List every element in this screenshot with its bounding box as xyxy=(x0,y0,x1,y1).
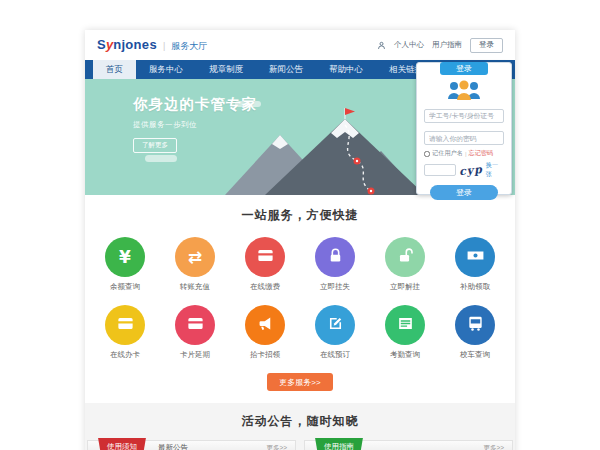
separator: | xyxy=(465,150,467,157)
services-row-1: ¥ 余额查询 ⇄ 转账充值 在线缴费 立即挂失 xyxy=(85,237,515,292)
top-bar: Synjones | 服务大厅 个人中心 用户指南 登录 xyxy=(85,30,515,60)
card-icon xyxy=(186,314,205,337)
service-school-bus[interactable]: 校车查询 xyxy=(444,305,506,360)
service-label: 在线缴费 xyxy=(234,282,296,292)
service-report-loss[interactable]: 立即挂失 xyxy=(304,237,366,292)
tab-usage-notice[interactable]: 使用须知 xyxy=(98,438,146,450)
service-label: 余额查询 xyxy=(94,282,156,292)
captcha-input[interactable] xyxy=(424,164,456,176)
tab-usage-guide[interactable]: 使用指南 xyxy=(315,438,363,450)
service-label: 卡片延期 xyxy=(164,350,226,360)
service-circle xyxy=(105,305,145,345)
service-label: 转账充值 xyxy=(164,282,226,292)
tab-latest-announcements[interactable]: 最新公告 xyxy=(158,443,188,450)
person-icon xyxy=(377,41,386,50)
hero-text-block: 你身边的卡管专家 提供服务一步到位 了解更多 xyxy=(133,95,257,153)
logo-text-rest: njones xyxy=(113,37,157,52)
logo[interactable]: Synjones | 服务大厅 xyxy=(97,37,207,53)
login-submit-button[interactable]: 登录 xyxy=(430,185,497,200)
logo-divider: | xyxy=(163,41,165,51)
service-circle xyxy=(245,305,285,345)
nav-item-rules[interactable]: 规章制度 xyxy=(196,60,256,79)
remember-row: 记住用户名 | 忘记密码 xyxy=(424,149,504,158)
service-label: 立即解挂 xyxy=(374,282,436,292)
hero-cta-button[interactable]: 了解更多 xyxy=(133,138,177,153)
bus-icon xyxy=(466,314,485,337)
service-circle xyxy=(385,305,425,345)
announcement-panels: 使用须知 最新公告 更多>> 使用指南 更多>> xyxy=(87,440,513,450)
site-title: 服务大厅 xyxy=(171,40,207,53)
service-attendance[interactable]: 考勤查询 xyxy=(374,305,436,360)
password-input[interactable] xyxy=(424,131,504,145)
announcements-title: 活动公告，随时知晓 xyxy=(87,413,513,430)
logo-accent: y xyxy=(106,37,113,52)
guide-panel-header: 使用指南 更多>> xyxy=(305,441,512,450)
service-label: 补助领取 xyxy=(444,282,506,292)
forgot-password-link[interactable]: 忘记密码 xyxy=(469,149,494,158)
service-online-booking[interactable]: 在线预订 xyxy=(304,305,366,360)
service-label: 在线预订 xyxy=(304,350,366,360)
nav-item-home[interactable]: 首页 xyxy=(93,60,136,79)
guide-panel: 使用指南 更多>> xyxy=(304,440,513,450)
guide-more-link[interactable]: 更多>> xyxy=(483,444,504,450)
service-circle xyxy=(455,237,495,277)
hero-banner: 你身边的卡管专家 提供服务一步到位 了解更多 登录 xyxy=(85,79,515,195)
username-input[interactable] xyxy=(424,109,504,123)
cloud-shape xyxy=(145,155,177,162)
service-label: 立即挂失 xyxy=(304,282,366,292)
service-subsidy[interactable]: 补助领取 xyxy=(444,237,506,292)
service-cancel-loss[interactable]: 立即解挂 xyxy=(374,237,436,292)
login-tab[interactable]: 登录 xyxy=(440,62,488,75)
remember-checkbox[interactable] xyxy=(424,151,430,157)
service-circle: ¥ xyxy=(105,237,145,277)
unlock-icon xyxy=(396,246,415,269)
bank-card-icon xyxy=(256,246,275,269)
nav-item-news[interactable]: 新闻公告 xyxy=(256,60,316,79)
services-section: 一站服务，方便快捷 ¥ 余额查询 ⇄ 转账充值 在线缴费 xyxy=(85,195,515,403)
site-container: Synjones | 服务大厅 个人中心 用户指南 登录 首页 服务中心 规章制… xyxy=(85,30,515,450)
notice-more-link[interactable]: 更多>> xyxy=(266,444,287,450)
hero-title: 你身边的卡管专家 xyxy=(133,95,257,114)
nav-item-help[interactable]: 帮助中心 xyxy=(316,60,376,79)
service-circle xyxy=(385,237,425,277)
service-circle xyxy=(315,237,355,277)
service-card-extension[interactable]: 卡片延期 xyxy=(164,305,226,360)
service-label: 拾卡招领 xyxy=(234,350,296,360)
transfer-icon: ⇄ xyxy=(188,249,202,266)
service-label: 校车查询 xyxy=(444,350,506,360)
top-right-links: 个人中心 用户指南 登录 xyxy=(377,38,503,53)
service-circle xyxy=(245,237,285,277)
user-center-link[interactable]: 个人中心 xyxy=(394,40,424,50)
announcements-section: 活动公告，随时知晓 使用须知 最新公告 更多>> 使用指南 更多>> xyxy=(85,403,515,450)
notice-panel-header: 使用须知 最新公告 更多>> xyxy=(88,441,295,450)
captcha-refresh-link[interactable]: 换一张 xyxy=(486,161,504,179)
header-login-button[interactable]: 登录 xyxy=(470,38,503,53)
megaphone-icon xyxy=(256,314,275,337)
users-group-icon xyxy=(446,79,482,101)
captcha-image: cyp xyxy=(458,162,483,177)
service-transfer[interactable]: ⇄ 转账充值 xyxy=(164,237,226,292)
login-panel: 登录 记住用户名 | 忘记密码 cyp 换一张 登录 xyxy=(416,62,512,195)
service-circle xyxy=(175,305,215,345)
services-row-2: 在线办卡 卡片延期 拾卡招领 在线预订 xyxy=(85,305,515,360)
card-icon xyxy=(116,314,135,337)
notice-panel: 使用须知 最新公告 更多>> xyxy=(87,440,296,450)
edit-icon xyxy=(326,314,345,337)
yen-icon: ¥ xyxy=(119,249,131,266)
service-balance[interactable]: ¥ 余额查询 xyxy=(94,237,156,292)
service-circle: ⇄ xyxy=(175,237,215,277)
more-services-button[interactable]: 更多服务>> xyxy=(267,373,332,391)
services-title: 一站服务，方便快捷 xyxy=(85,207,515,224)
service-apply-card[interactable]: 在线办卡 xyxy=(94,305,156,360)
service-circle xyxy=(315,305,355,345)
logo-text: S xyxy=(97,37,106,52)
user-guide-link[interactable]: 用户指南 xyxy=(432,40,462,50)
lock-icon xyxy=(326,246,345,269)
remember-label: 记住用户名 xyxy=(432,149,463,158)
nav-item-service-center[interactable]: 服务中心 xyxy=(136,60,196,79)
service-label: 在线办卡 xyxy=(94,350,156,360)
service-circle xyxy=(455,305,495,345)
service-payment[interactable]: 在线缴费 xyxy=(234,237,296,292)
captcha-row: cyp 换一张 xyxy=(424,161,504,179)
service-lost-card-claim[interactable]: 拾卡招领 xyxy=(234,305,296,360)
